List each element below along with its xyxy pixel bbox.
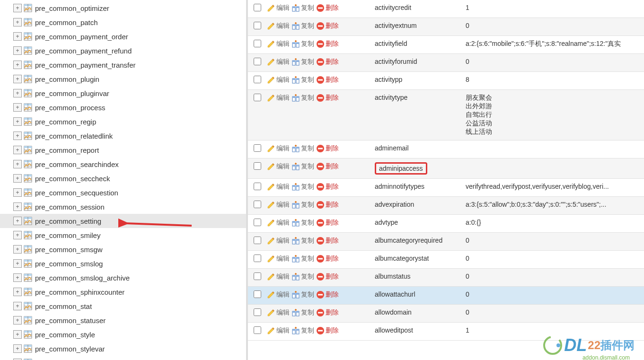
edit-button[interactable]: 编辑 xyxy=(267,58,290,66)
tree-item-pre_common_payment_order[interactable]: +pre_common_payment_order xyxy=(0,29,246,44)
expand-icon[interactable]: + xyxy=(13,61,22,69)
table-row[interactable]: 编辑复制删除advexpirationa:3:{s:5:"allow";b:0;… xyxy=(248,197,644,215)
tree-item-pre_common_patch[interactable]: +pre_common_patch xyxy=(0,15,246,29)
edit-button[interactable]: 编辑 xyxy=(267,255,290,263)
edit-button[interactable]: 编辑 xyxy=(267,201,290,209)
copy-button[interactable]: 复制 xyxy=(291,290,314,299)
expand-icon[interactable]: + xyxy=(13,75,22,83)
expand-icon[interactable]: + xyxy=(13,202,22,211)
delete-button[interactable]: 删除 xyxy=(316,272,339,281)
expand-icon[interactable]: + xyxy=(13,302,22,310)
copy-button[interactable]: 复制 xyxy=(291,255,314,263)
expand-icon[interactable]: + xyxy=(13,132,22,140)
tree-item-pre_common_stylevar[interactable]: +pre_common_stylevar xyxy=(0,342,246,356)
copy-button[interactable]: 复制 xyxy=(291,40,314,48)
copy-button[interactable]: 复制 xyxy=(291,4,314,12)
expand-icon[interactable]: + xyxy=(13,4,22,12)
edit-button[interactable]: 编辑 xyxy=(267,326,290,335)
table-row[interactable]: 编辑复制删除activitycredit1 xyxy=(248,0,644,18)
delete-button[interactable]: 删除 xyxy=(316,4,339,12)
expand-icon[interactable]: + xyxy=(13,18,22,26)
tree-item-pre_common_session[interactable]: +pre_common_session xyxy=(0,200,246,214)
tree-item-pre_common_smslog_archive[interactable]: +pre_common_smslog_archive xyxy=(0,271,246,285)
expand-icon[interactable]: + xyxy=(13,117,22,126)
table-row[interactable]: 编辑复制删除allowdomain0 xyxy=(248,305,644,323)
tree-item-pre_common_optimizer[interactable]: +pre_common_optimizer xyxy=(0,1,246,15)
expand-icon[interactable]: + xyxy=(13,174,22,183)
edit-button[interactable]: 编辑 xyxy=(267,219,290,227)
copy-button[interactable]: 复制 xyxy=(291,144,314,153)
copy-button[interactable]: 复制 xyxy=(291,272,314,281)
delete-button[interactable]: 删除 xyxy=(316,76,339,84)
row-checkbox[interactable] xyxy=(254,76,261,83)
row-checkbox[interactable] xyxy=(254,272,261,280)
copy-button[interactable]: 复制 xyxy=(291,219,314,227)
table-row[interactable]: 编辑复制删除activityfielda:2:{s:6:"mobile";s:6… xyxy=(248,36,644,54)
row-checkbox[interactable] xyxy=(254,201,261,208)
expand-icon[interactable]: + xyxy=(13,217,22,225)
edit-button[interactable]: 编辑 xyxy=(267,183,290,191)
delete-button[interactable]: 删除 xyxy=(316,255,339,263)
table-row[interactable]: 编辑复制删除advtypea:0:{} xyxy=(248,215,644,233)
tree-item-pre_common_sphinxcounter[interactable]: +pre_common_sphinxcounter xyxy=(0,285,246,299)
expand-icon[interactable]: + xyxy=(13,89,22,97)
tree-item-pre_common_smsgw[interactable]: +pre_common_smsgw xyxy=(0,242,246,256)
table-row[interactable]: 编辑复制删除activityforumid0 xyxy=(248,54,644,72)
edit-button[interactable]: 编辑 xyxy=(267,308,290,317)
tree-item-pre_common_syscache[interactable]: +pre_common_syscache xyxy=(0,356,246,360)
edit-button[interactable]: 编辑 xyxy=(267,76,290,84)
table-row[interactable]: 编辑复制删除activityextnum0 xyxy=(248,18,644,36)
edit-button[interactable]: 编辑 xyxy=(267,40,290,48)
edit-button[interactable]: 编辑 xyxy=(267,237,290,245)
delete-button[interactable]: 删除 xyxy=(316,40,339,48)
edit-button[interactable]: 编辑 xyxy=(267,94,290,102)
row-checkbox[interactable] xyxy=(254,40,261,47)
table-row[interactable]: 编辑复制删除adminipaccess xyxy=(248,158,644,179)
tree-item-pre_common_pluginvar[interactable]: +pre_common_pluginvar xyxy=(0,86,246,100)
tree-item-pre_common_smslog[interactable]: +pre_common_smslog xyxy=(0,256,246,271)
delete-button[interactable]: 删除 xyxy=(316,144,339,153)
expand-icon[interactable]: + xyxy=(13,330,22,339)
table-row[interactable]: 编辑复制删除adminnotifytypesverifythread,verif… xyxy=(248,179,644,197)
table-row[interactable]: 编辑复制删除albumcategorystat0 xyxy=(248,251,644,269)
row-checkbox[interactable] xyxy=(254,22,261,29)
edit-button[interactable]: 编辑 xyxy=(267,162,290,171)
delete-button[interactable]: 删除 xyxy=(316,308,339,317)
expand-icon[interactable]: + xyxy=(13,245,22,254)
expand-icon[interactable]: + xyxy=(13,259,22,268)
tree-item-pre_common_searchindex[interactable]: +pre_common_searchindex xyxy=(0,157,246,171)
row-checkbox[interactable] xyxy=(254,237,261,244)
edit-button[interactable]: 编辑 xyxy=(267,144,290,153)
expand-icon[interactable]: + xyxy=(13,32,22,41)
expand-icon[interactable]: + xyxy=(13,46,22,55)
tree-item-pre_common_style[interactable]: +pre_common_style xyxy=(0,327,246,342)
expand-icon[interactable]: + xyxy=(13,188,22,197)
expand-icon[interactable]: + xyxy=(13,316,22,325)
delete-button[interactable]: 删除 xyxy=(316,326,339,335)
tree-item-pre_common_payment_refund[interactable]: +pre_common_payment_refund xyxy=(0,44,246,58)
delete-button[interactable]: 删除 xyxy=(316,183,339,191)
row-checkbox[interactable] xyxy=(254,162,261,170)
table-row[interactable]: 编辑复制删除activitypp8 xyxy=(248,72,644,90)
tree-item-pre_common_stat[interactable]: +pre_common_stat xyxy=(0,299,246,313)
copy-button[interactable]: 复制 xyxy=(291,76,314,84)
expand-icon[interactable]: + xyxy=(13,103,22,112)
row-checkbox[interactable] xyxy=(254,219,261,226)
delete-button[interactable]: 删除 xyxy=(316,219,339,227)
edit-button[interactable]: 编辑 xyxy=(267,290,290,299)
row-checkbox[interactable] xyxy=(254,308,261,316)
tree-item-pre_common_relatedlink[interactable]: +pre_common_relatedlink xyxy=(0,129,246,143)
copy-button[interactable]: 复制 xyxy=(291,308,314,317)
copy-button[interactable]: 复制 xyxy=(291,94,314,102)
delete-button[interactable]: 删除 xyxy=(316,237,339,245)
tree-item-pre_common_smiley[interactable]: +pre_common_smiley xyxy=(0,228,246,242)
tree-item-pre_common_plugin[interactable]: +pre_common_plugin xyxy=(0,72,246,86)
copy-button[interactable]: 复制 xyxy=(291,22,314,30)
table-row[interactable]: 编辑复制删除activitytype朋友聚会 出外郊游 自驾出行 公益活动 线上… xyxy=(248,90,644,140)
tree-item-pre_common_seccheck[interactable]: +pre_common_seccheck xyxy=(0,171,246,185)
row-checkbox[interactable] xyxy=(254,144,261,152)
expand-icon[interactable]: + xyxy=(13,146,22,154)
edit-button[interactable]: 编辑 xyxy=(267,4,290,12)
row-checkbox[interactable] xyxy=(254,58,261,65)
tree-item-pre_common_process[interactable]: +pre_common_process xyxy=(0,100,246,114)
